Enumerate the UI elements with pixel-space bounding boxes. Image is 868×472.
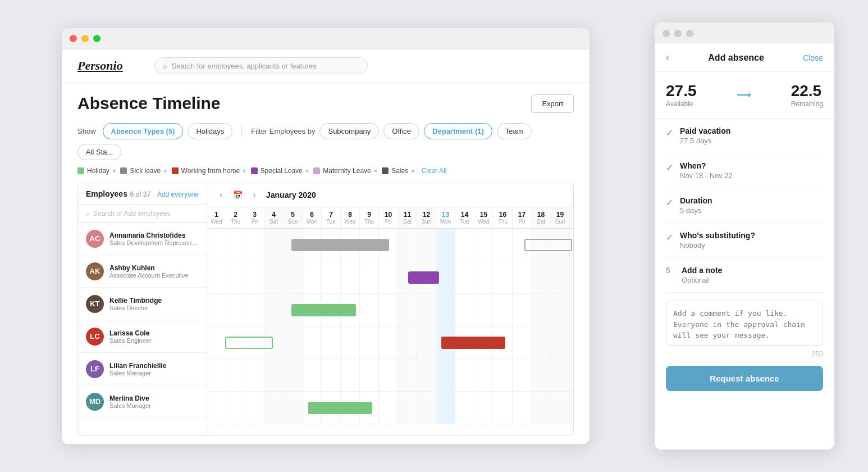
all-status-filter[interactable]: All Sta... bbox=[77, 144, 121, 160]
employee-role-3: Sales Engineer bbox=[109, 337, 199, 344]
cell-1-14 bbox=[474, 261, 494, 293]
filter-row: Show Absence Types (5) Holidays Filter E… bbox=[77, 123, 574, 160]
cell-1-6 bbox=[322, 261, 341, 293]
export-button[interactable]: Export bbox=[531, 94, 574, 113]
tag-dot-sick bbox=[120, 167, 127, 174]
tag-close-maternity[interactable]: × bbox=[374, 167, 377, 174]
absence-types-filter[interactable]: Absence Types (5) bbox=[103, 123, 184, 139]
day-name-13: Tue bbox=[460, 219, 469, 225]
cell-3-9 bbox=[379, 326, 398, 358]
tag-close-sales[interactable]: × bbox=[411, 167, 414, 174]
right-panel-body: ‹ Add absence Close 27.5 Available ⟶ 22.… bbox=[655, 44, 834, 399]
add-everyone-button[interactable]: Add everyone bbox=[157, 190, 199, 198]
tag-close-holiday[interactable]: × bbox=[112, 167, 116, 174]
tag-close-special[interactable]: × bbox=[305, 167, 309, 174]
note-textarea[interactable] bbox=[666, 301, 823, 346]
cell-1-3 bbox=[264, 261, 284, 293]
next-month-button[interactable]: › bbox=[248, 189, 261, 201]
employee-row-2[interactable]: KT Kellie Timbridge Sales Director bbox=[78, 288, 207, 320]
cell-1-9 bbox=[379, 261, 398, 293]
cell-4-4 bbox=[284, 359, 303, 391]
holidays-filter[interactable]: Holidays bbox=[188, 123, 232, 139]
cell-5-12 bbox=[436, 392, 455, 424]
header-bar: Personio ⌕ Search for employees, applica… bbox=[62, 49, 590, 83]
day-name-4: Sun bbox=[288, 219, 298, 225]
employee-row-4[interactable]: LF Lilian Franchiellie Sales Manager bbox=[78, 353, 207, 385]
check-content-4: Add a note Optional bbox=[682, 266, 722, 284]
check-item-0[interactable]: ✓ Paid vacation 27.5 days bbox=[666, 119, 823, 153]
day-name-16: Fri bbox=[519, 219, 526, 225]
cell-4-11 bbox=[417, 359, 436, 391]
page-header: Absence Timeline Export bbox=[77, 94, 574, 113]
cell-2-0 bbox=[207, 294, 226, 326]
clear-all-button[interactable]: Clear All bbox=[422, 167, 447, 175]
calendar-icon: 📅 bbox=[233, 190, 243, 199]
employees-search[interactable]: ⌕ Search or Add employees bbox=[78, 205, 207, 223]
employee-row-0[interactable]: AC Annamaria Christofides Sales Developm… bbox=[78, 223, 207, 255]
day-name-17: Sat bbox=[537, 219, 545, 225]
day-name-5: Mon bbox=[307, 219, 317, 225]
tag-close-wfh[interactable]: × bbox=[243, 167, 246, 174]
department-filter[interactable]: Department (1) bbox=[424, 123, 492, 139]
cell-2-12 bbox=[436, 294, 455, 326]
checklist: ✓ Paid vacation 27.5 days ✓ When? Nov 18… bbox=[655, 119, 834, 293]
cell-3-17 bbox=[532, 326, 551, 358]
tag-dot-holiday bbox=[77, 167, 84, 174]
tag-close-sick[interactable]: × bbox=[163, 167, 167, 174]
cell-4-10 bbox=[398, 359, 417, 391]
cell-4-14 bbox=[474, 359, 494, 391]
cell-0-10 bbox=[398, 229, 417, 261]
logo: Personio bbox=[77, 58, 123, 73]
employee-row-3[interactable]: LC Larissa Cole Sales Engineer bbox=[78, 320, 207, 353]
subcompany-filter[interactable]: Subcompany bbox=[319, 123, 379, 139]
cell-4-8 bbox=[360, 359, 379, 391]
employee-info-0: Annamaria Christofides Sales Development… bbox=[109, 232, 199, 246]
day-col-1: 2Thu bbox=[226, 207, 245, 228]
show-label: Show bbox=[77, 127, 96, 135]
check-value-2: 5 days bbox=[680, 206, 712, 215]
cell-5-0 bbox=[207, 392, 226, 424]
cell-1-19 bbox=[570, 261, 573, 293]
available-value: 27.5 bbox=[666, 82, 697, 99]
cell-1-13 bbox=[455, 261, 474, 293]
search-bar[interactable]: ⌕ Search for employees, applicants or fe… bbox=[154, 57, 368, 74]
employee-role-5: Sales Manager bbox=[109, 402, 199, 409]
check-icon-2: ✓ bbox=[666, 197, 673, 208]
calendar-grid: ‹ 📅 › January 2020 1Wed2Thu3Fri4Sat5Sun6… bbox=[207, 183, 573, 435]
cell-4-2 bbox=[245, 359, 264, 391]
cell-1-2 bbox=[245, 261, 264, 293]
panel-close-button[interactable]: Close bbox=[803, 53, 823, 62]
cell-4-9 bbox=[379, 359, 398, 391]
prev-month-button[interactable]: ‹ bbox=[215, 189, 227, 201]
cell-4-16 bbox=[513, 359, 532, 391]
office-filter[interactable]: Office bbox=[383, 123, 419, 139]
panel-back-button[interactable]: ‹ bbox=[666, 52, 669, 63]
cell-4-17 bbox=[532, 359, 551, 391]
available-label: Available bbox=[666, 100, 697, 108]
cell-4-3 bbox=[264, 359, 284, 391]
check-item-1[interactable]: ✓ When? Nov 18 - Nov 22 bbox=[666, 153, 823, 188]
cell-1-7 bbox=[341, 261, 360, 293]
team-filter[interactable]: Team bbox=[497, 123, 532, 139]
day-col-14: 15Wed bbox=[474, 207, 494, 228]
tag-label-maternity: Maternity Leave bbox=[323, 167, 371, 175]
check-content-2: Duration 5 days bbox=[680, 196, 712, 215]
request-absence-button[interactable]: Request absence bbox=[666, 366, 823, 391]
cell-2-2 bbox=[245, 294, 264, 326]
day-col-6: 7Tue bbox=[322, 207, 341, 228]
day-num-2: 3 bbox=[253, 211, 257, 219]
day-num-14: 15 bbox=[480, 211, 487, 219]
cell-0-1 bbox=[226, 229, 245, 261]
note-char-count: 250 bbox=[666, 350, 823, 358]
tag-sick: Sick leave × bbox=[120, 167, 167, 175]
check-label-4: Add a note bbox=[682, 266, 722, 275]
employee-info-2: Kellie Timbridge Sales Director bbox=[109, 297, 199, 311]
employee-row-5[interactable]: MD Merlina Dive Sales Manager bbox=[78, 385, 207, 418]
employee-row-1[interactable]: AK Ashby Kuhlen Associate Account Execut… bbox=[78, 255, 207, 288]
cell-0-14 bbox=[474, 229, 494, 261]
check-item-4[interactable]: 5 Add a note Optional bbox=[666, 258, 823, 293]
check-item-2[interactable]: ✓ Duration 5 days bbox=[666, 188, 823, 223]
check-item-3[interactable]: ✓ Who's substituting? Nobody bbox=[666, 223, 823, 258]
right-dot-2 bbox=[674, 30, 682, 37]
day-num-15: 16 bbox=[499, 211, 506, 219]
